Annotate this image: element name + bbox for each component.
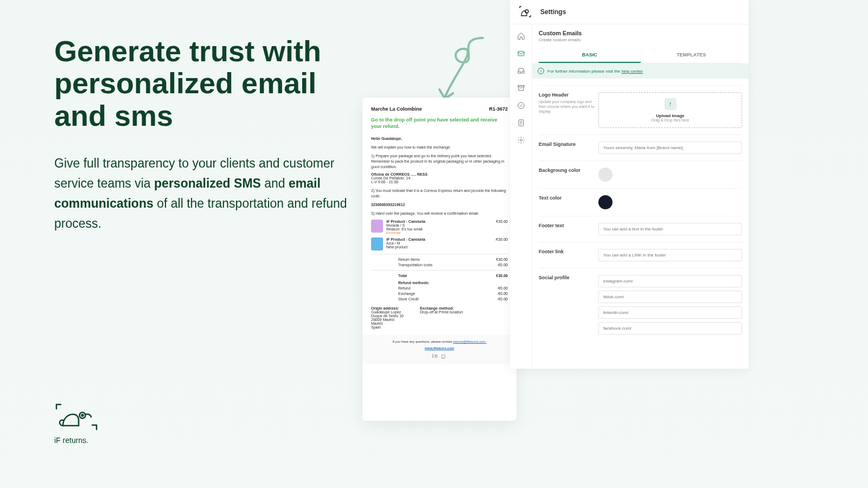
- tracking-code: 3230006393219612: [371, 202, 508, 208]
- email-step-1: 1) Prepare your package and go to the de…: [371, 153, 508, 169]
- nav-archive-icon[interactable]: [516, 83, 526, 93]
- email-footer: If you have any questions, please contac…: [362, 335, 516, 364]
- social-linkedin-input[interactable]: [598, 306, 742, 319]
- signature-label: Email Signature: [539, 142, 598, 154]
- footer-text-input[interactable]: [598, 223, 742, 235]
- text-color-swatch[interactable]: [598, 195, 612, 209]
- nav-inbox-icon[interactable]: [516, 66, 526, 75]
- social-label: Social profile: [539, 275, 598, 335]
- svg-rect-4: [518, 85, 524, 87]
- help-center-link[interactable]: help center: [622, 69, 643, 74]
- chameleon-logo-icon: [54, 403, 98, 431]
- curved-arrow-icon: [423, 33, 494, 108]
- email-intro: We will explain you how to make the exch…: [371, 145, 508, 150]
- origin-address: Origin address: Guadalupe Lopez Duque de…: [371, 306, 404, 329]
- email-step-3: 3) Hand over the package. You will recei…: [371, 211, 508, 216]
- footer-site-link[interactable]: www.ifreturns.com: [365, 346, 514, 350]
- settings-panel: Settings Custom Emails Create custom ema…: [510, 0, 749, 369]
- brand-name: iF returns.: [54, 436, 98, 445]
- svg-point-1: [82, 415, 84, 416]
- svg-point-7: [520, 139, 522, 141]
- section-sub: Create custom emails: [539, 37, 742, 42]
- section-heading: Custom Emails: [539, 30, 742, 36]
- footer-link-label: Footer link: [539, 249, 598, 261]
- return-ref: R1-3672: [489, 106, 508, 112]
- social-facebook-input[interactable]: [598, 322, 742, 335]
- linkedin-icon[interactable]: in: [432, 353, 439, 359]
- upload-icon: ↑: [665, 98, 676, 110]
- product-row: iF Product - Camiseta Morada / S Reason:…: [371, 220, 508, 234]
- email-step-2: 2) You must indicate that it is a Correo…: [371, 188, 508, 199]
- text-color-label: Text color: [539, 195, 598, 209]
- exchange-method: Exchange method: Drop-off at Prime locat…: [420, 306, 463, 329]
- office-hours: L-V 9:00 - 21:00: [371, 180, 508, 184]
- marketing-headline: Generate trust with personalized email a…: [54, 35, 347, 132]
- social-tiktok-input[interactable]: [598, 291, 742, 303]
- product-thumb-icon: [371, 220, 383, 233]
- svg-point-5: [518, 102, 524, 108]
- bg-color-swatch[interactable]: [598, 168, 612, 182]
- nav-home-icon[interactable]: [516, 31, 526, 41]
- office-address: Conde De Peñalver, 19: [371, 176, 508, 180]
- bg-color-label: Backgroung color: [539, 168, 598, 182]
- instagram-icon[interactable]: ◻: [441, 353, 446, 359]
- nav-mail-icon[interactable]: [516, 48, 526, 58]
- signature-input[interactable]: [598, 142, 742, 154]
- merchant-name: Marche La Colombine: [371, 106, 422, 112]
- info-icon: i: [538, 68, 544, 74]
- page-title: Settings: [540, 8, 566, 16]
- logo-upload-zone[interactable]: ↑ Upload Image Drag & Drop files here: [598, 92, 742, 128]
- footer-email-link[interactable]: returns@ifreturns.com.: [453, 340, 486, 343]
- social-instagram-input[interactable]: [598, 275, 742, 287]
- office-name: Oficina de CORREOS ..... RESS: [371, 172, 508, 176]
- chameleon-logo-icon: [519, 5, 532, 18]
- sidebar-nav: [510, 24, 532, 369]
- footer-link-input[interactable]: [598, 249, 742, 261]
- email-greeting: Hello Guadalupe,: [371, 136, 508, 142]
- tab-templates[interactable]: TEMPLATES: [641, 48, 743, 63]
- marketing-copy: Generate trust with personalized email a…: [54, 35, 347, 233]
- svg-rect-3: [518, 51, 524, 55]
- nav-check-icon[interactable]: [516, 100, 526, 110]
- logo-header-desc: Update your company logo and then choose…: [539, 99, 598, 114]
- product-thumb-icon: [371, 237, 383, 251]
- marketing-body: Give full transparency to your clients a…: [54, 153, 347, 233]
- footer-text-label: Footer text: [539, 223, 598, 235]
- tab-basic[interactable]: BASIC: [539, 48, 641, 63]
- nav-settings-icon[interactable]: [516, 135, 526, 145]
- email-headline: Go to the drop off point you have select…: [371, 117, 508, 130]
- info-banner: i For further information please visit t…: [532, 63, 749, 79]
- nav-reports-icon[interactable]: [516, 118, 526, 127]
- brand-block: iF returns.: [54, 403, 98, 445]
- logo-header-label: Logo Header: [539, 92, 598, 98]
- product-row: iF Product - Camiseta Azul / M New produ…: [371, 237, 508, 251]
- email-preview-card: Marche La Colombine R1-3672 Go to the dr…: [362, 98, 516, 421]
